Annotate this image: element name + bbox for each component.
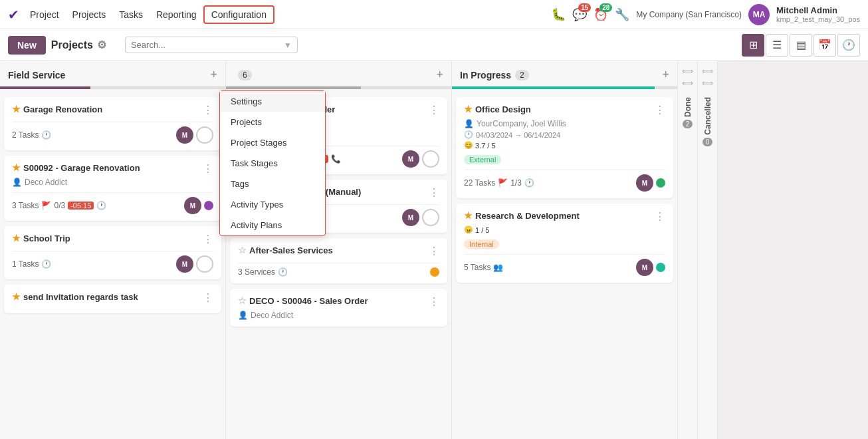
expand-done-icon-2[interactable]: ⟺ [682,78,693,88]
column-count-middle: 6 [238,70,252,80]
user-icon: 👤 [464,119,474,128]
card-title-row: ☆ After-Sales Services ⋮ [238,245,439,257]
calendar-view-button[interactable]: 📅 [814,34,836,57]
card-title: ★ send Invitation regards task [12,291,138,302]
assignee-avatar[interactable]: M [184,197,201,214]
tasks-count: 1 Tasks 🕐 [12,259,51,269]
card-menu-icon[interactable]: ⋮ [655,104,665,116]
company-info[interactable]: My Company (San Francisco) [636,10,742,19]
add-assignee-icon[interactable] [196,126,213,144]
card-menu-icon[interactable]: ⋮ [203,162,213,175]
card-footer: 3 Services 🕐 [238,263,439,277]
user-info[interactable]: Mitchell Admin kmp_2_test_may_30_pos [776,5,860,23]
side-column-cancelled: ⟺ ⟺ Cancelled 0 [698,61,718,439]
new-button[interactable]: New [8,36,46,55]
add-assignee-icon[interactable] [422,150,439,168]
card-menu-icon[interactable]: ⋮ [203,291,213,304]
assignee-avatar[interactable]: M [402,209,419,226]
phone-icon: 📞 [331,154,341,164]
wrench-button[interactable]: 🔧 [615,7,629,22]
assignee-avatar[interactable]: M [636,259,653,276]
add-assignee-icon[interactable] [422,209,439,226]
assignee-avatar[interactable]: M [636,174,653,192]
card-menu-icon[interactable]: ⋮ [203,104,213,116]
star-icon[interactable]: ★ [12,162,21,173]
user-sub: kmp_2_test_may_30_pos [776,15,860,23]
expand-cancelled-icon-2[interactable]: ⟺ [702,78,713,88]
menu-item-activity-types[interactable]: Activity Types [220,194,325,215]
card-menu-icon[interactable]: ⋮ [429,295,439,308]
list-view-button-1[interactable]: ☰ [766,34,788,57]
settings-gear-icon[interactable]: ⚙ [97,39,106,51]
column-progress-bar [0,86,90,89]
tasks-count: 3 Services 🕐 [238,267,288,277]
card-title: ★ S00092 - Garage Renovation [12,162,140,173]
card-rating: 😠 1 / 5 [464,225,665,234]
menu-item-settings[interactable]: Settings [220,91,325,112]
card-title-text: After-Sales Services [249,245,333,255]
side-col-done-label[interactable]: Done [683,97,693,117]
nav-reporting[interactable]: Reporting [150,7,203,23]
menu-item-projects[interactable]: Projects [220,112,325,132]
assignee-avatar[interactable]: M [176,255,193,273]
add-assignee-icon[interactable] [196,255,213,273]
star-icon[interactable]: ★ [464,210,473,221]
star-icon[interactable]: ★ [12,233,21,243]
expand-done-icon[interactable]: ⟺ [682,67,693,76]
user-icon: 👤 [12,178,22,187]
chat-button[interactable]: 💬 15 [572,7,587,22]
tasks-count: 2 Tasks 🕐 [12,130,51,140]
clock-button[interactable]: ⏰ 28 [594,7,608,22]
star-icon[interactable]: ★ [12,104,21,114]
flag-count: 1/3 [510,178,522,188]
column-add-icon[interactable]: + [210,68,217,82]
card-menu-icon[interactable]: ⋮ [203,233,213,245]
assignee-avatar[interactable]: M [402,150,419,168]
card-title: ★ School Trip [12,233,70,243]
nav-project[interactable]: Project [23,7,66,23]
nav-projects[interactable]: Projects [66,7,113,23]
card-title: ☆ After-Sales Services [238,245,333,255]
card-rating: 😊 3.7 / 5 [464,141,665,150]
menu-item-tags[interactable]: Tags [220,174,325,194]
star-icon[interactable]: ★ [12,291,21,302]
user-avatar[interactable]: MA [748,4,770,25]
search-dropdown-icon[interactable]: ▼ [284,41,292,50]
search-bar[interactable]: ▼ [125,37,298,53]
user-icon: 👤 [238,311,248,320]
app-logo: ✔ [8,7,19,23]
bug-button[interactable]: 🐛 [551,7,566,22]
column-add-in-progress-icon[interactable]: + [662,68,669,82]
star-empty-icon[interactable]: ☆ [238,245,247,255]
card-menu-icon[interactable]: ⋮ [655,210,665,223]
kanban-view-button[interactable]: ⊞ [742,34,764,57]
card-dates: 🕐 04/03/2024 → 06/14/2024 [464,130,665,139]
star-icon[interactable]: ★ [464,104,473,114]
rating-emoji: 😊 [464,141,473,150]
bug-icon: 🐛 [551,7,566,22]
status-dot [656,178,665,188]
nav-configuration[interactable]: Configuration [203,5,274,24]
column-header-middle: 6 + [226,61,451,86]
column-progress-in-progress [452,86,677,89]
expand-cancelled-icon[interactable]: ⟺ [702,67,713,76]
card-menu-icon[interactable]: ⋮ [429,245,439,257]
assignee-avatar[interactable]: M [176,126,193,144]
list-view-button-2[interactable]: ▤ [790,34,812,57]
clock-icon: 🕐 [41,259,51,269]
star-empty-icon[interactable]: ☆ [238,295,247,306]
card-menu-icon[interactable]: ⋮ [429,104,439,116]
search-input[interactable] [131,40,284,50]
column-count-in-progress: 2 [515,70,529,80]
side-col-cancelled-label[interactable]: Cancelled [703,97,712,135]
menu-item-project-stages[interactable]: Project Stages [220,132,325,153]
clock-icon: 🕐 [524,178,534,188]
column-in-progress: In Progress 2 + ★ Office Design ⋮ [452,61,678,439]
menu-item-activity-plans[interactable]: Activity Plans [220,215,325,235]
column-add-middle-icon[interactable]: + [436,68,443,82]
card-title: ★ Office Design [464,104,531,114]
nav-tasks[interactable]: Tasks [112,7,150,23]
card-menu-icon[interactable]: ⋮ [429,186,439,199]
activity-view-button[interactable]: 🕐 [837,34,860,57]
menu-item-task-stages[interactable]: Task Stages [220,153,325,174]
